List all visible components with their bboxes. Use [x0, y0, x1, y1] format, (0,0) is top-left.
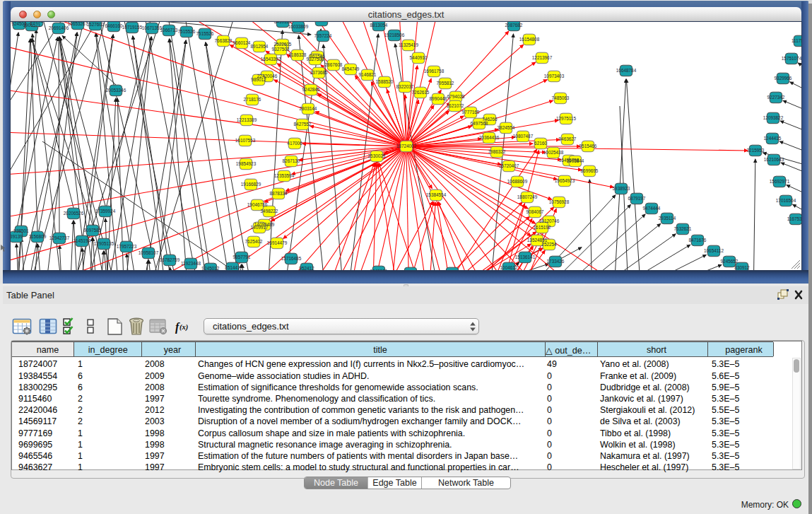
svg-text:10120746: 10120746 [539, 218, 560, 223]
svg-text:9227342: 9227342 [767, 95, 785, 100]
svg-text:1409917: 1409917 [251, 225, 269, 230]
svg-text:9245012: 9245012 [202, 266, 220, 270]
svg-text:9097585: 9097585 [84, 228, 102, 233]
svg-text:7515526: 7515526 [178, 29, 196, 34]
svg-text:7955812: 7955812 [437, 81, 454, 86]
svg-text:7986322: 7986322 [488, 149, 506, 154]
svg-text:8267130: 8267130 [283, 158, 300, 163]
svg-text:16782759: 16782759 [160, 257, 180, 262]
svg-text:18807249: 18807249 [517, 194, 538, 199]
svg-text:9242845: 9242845 [302, 87, 320, 92]
svg-text:7515526: 7515526 [196, 31, 214, 36]
svg-text:8878334: 8878334 [270, 191, 288, 196]
svg-text:11325419: 11325419 [399, 42, 418, 47]
svg-text:7625402: 7625402 [245, 239, 263, 244]
svg-text:6879197: 6879197 [628, 196, 646, 201]
svg-text:8813054: 8813054 [370, 23, 388, 28]
svg-text:2522605: 2522605 [274, 42, 292, 47]
svg-text:2867608: 2867608 [325, 62, 343, 67]
svg-text:17016504: 17016504 [776, 198, 796, 203]
svg-text:3498222: 3498222 [261, 209, 278, 214]
svg-text:1156809: 1156809 [29, 234, 47, 239]
svg-text:10688609: 10688609 [507, 179, 528, 184]
svg-text:7632621: 7632621 [674, 226, 692, 231]
svg-text:9474444: 9474444 [643, 206, 661, 211]
svg-text:16961758: 16961758 [424, 69, 445, 74]
svg-text:15136141: 15136141 [515, 255, 536, 259]
svg-text:6497568: 6497568 [471, 121, 488, 126]
svg-text:1244415: 1244415 [764, 136, 782, 141]
svg-text:9463627: 9463627 [559, 136, 577, 141]
svg-text:3215953: 3215953 [747, 148, 765, 153]
svg-text:15692971: 15692971 [770, 179, 790, 184]
svg-text:938501: 938501 [13, 228, 29, 233]
svg-text:5440910: 5440910 [410, 55, 428, 60]
svg-text:8990448: 8990448 [430, 96, 447, 101]
svg-text:7357224: 7357224 [314, 33, 332, 38]
svg-text:10653267: 10653267 [68, 22, 88, 26]
svg-text:1588520: 1588520 [376, 79, 394, 84]
svg-text:9327503: 9327503 [272, 47, 290, 52]
svg-text:9660124: 9660124 [233, 40, 251, 45]
svg-text:1615192: 1615192 [534, 225, 551, 230]
svg-text:16210643: 16210643 [764, 157, 784, 162]
svg-text:989012: 989012 [251, 77, 266, 82]
svg-text:2530029: 2530029 [368, 153, 386, 158]
svg-text:3824554: 3824554 [498, 125, 515, 130]
svg-text:62160: 62160 [534, 141, 547, 146]
svg-text:9777169: 9777169 [462, 110, 480, 115]
svg-text:8427552: 8427552 [294, 122, 312, 127]
svg-text:1117539: 1117539 [792, 38, 801, 43]
svg-text:19166829: 19166829 [241, 182, 261, 187]
svg-text:20691406: 20691406 [49, 25, 69, 30]
svg-text:20364436: 20364436 [479, 135, 500, 140]
svg-text:15720407: 15720407 [499, 163, 519, 168]
svg-text:15716485: 15716485 [281, 256, 302, 261]
svg-text:2935114: 2935114 [659, 216, 676, 221]
svg-text:1046121: 1046121 [370, 269, 388, 270]
svg-text:16914479: 16914479 [267, 240, 288, 245]
svg-text:17957223: 17957223 [117, 244, 137, 249]
svg-text:10719155: 10719155 [122, 25, 143, 30]
svg-text:11923448: 11923448 [181, 261, 201, 266]
svg-text:8322037: 8322037 [396, 84, 414, 89]
svg-text:2087682: 2087682 [505, 23, 523, 28]
svg-text:12353594: 12353594 [274, 173, 295, 178]
svg-text:12213389: 12213389 [237, 117, 257, 122]
svg-text:15384554: 15384554 [426, 192, 447, 197]
svg-text:9329966: 9329966 [775, 76, 792, 81]
svg-text:8186328: 8186328 [289, 52, 307, 57]
svg-text:12942737: 12942737 [49, 235, 70, 240]
svg-text:1145194: 1145194 [73, 238, 91, 243]
svg-text:1527602: 1527602 [87, 22, 105, 27]
svg-text:10973403: 10973403 [544, 74, 565, 78]
svg-text:3373685: 3373685 [310, 70, 328, 75]
svg-text:1995844: 1995844 [567, 158, 584, 163]
svg-text:1905571: 1905571 [23, 23, 41, 28]
svg-text:830912: 830912 [734, 265, 750, 270]
svg-text:10654112: 10654112 [704, 248, 724, 253]
svg-text:10025438: 10025438 [543, 150, 564, 155]
svg-text:9515466: 9515466 [579, 144, 597, 148]
svg-text:16107553: 16107553 [235, 138, 256, 143]
svg-text:9857791: 9857791 [233, 255, 251, 259]
svg-text:2718176: 2718176 [244, 97, 261, 102]
svg-text:8454749: 8454749 [342, 66, 360, 71]
svg-text:1066713: 1066713 [160, 28, 178, 33]
svg-text:39139: 39139 [11, 234, 23, 239]
svg-text:7485063: 7485063 [552, 95, 570, 100]
svg-text:5938923: 5938923 [613, 186, 630, 191]
svg-text:20206526: 20206526 [64, 211, 84, 216]
svg-text:88101: 88101 [30, 22, 43, 23]
svg-text:18724007: 18724007 [396, 144, 417, 148]
svg-text:16154808: 16154808 [519, 37, 540, 42]
svg-text:2803144: 2803144 [300, 106, 317, 111]
svg-text:1004612: 1004612 [500, 265, 518, 270]
svg-text:1733426: 1733426 [547, 259, 565, 264]
svg-text:252254: 252254 [541, 242, 557, 247]
svg-text:7262615: 7262615 [412, 90, 430, 95]
svg-text:19654923: 19654923 [555, 178, 575, 183]
svg-text:15751074: 15751074 [782, 56, 801, 61]
svg-text:20053346: 20053346 [106, 88, 126, 93]
svg-text:12213967: 12213967 [532, 55, 553, 60]
